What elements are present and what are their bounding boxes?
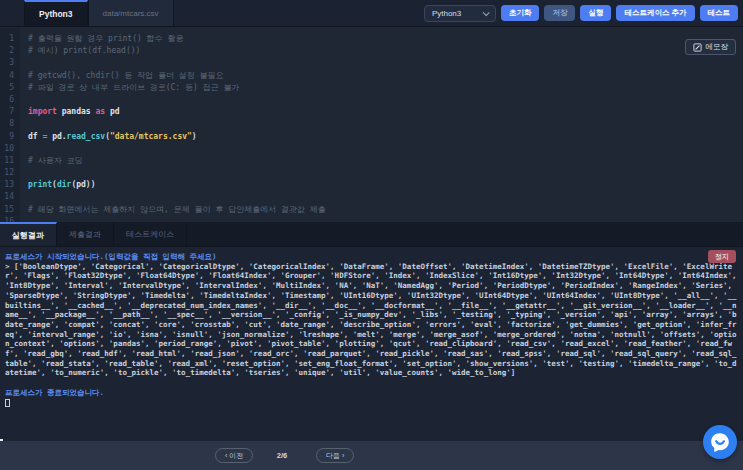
add-testcase-button[interactable]: 테스트케이스 추가 [616, 5, 694, 21]
editor-tab-python3[interactable]: Python3 [24, 0, 88, 26]
language-select[interactable]: Python3 [424, 5, 496, 22]
line-number: 8 [0, 118, 20, 130]
code-area[interactable]: # 출력을 원할 경우 print() 함수 활용# 예시) print(df.… [20, 28, 743, 222]
code-line [28, 167, 743, 179]
line-number: 13 [0, 179, 20, 191]
code-line: # getcwd(), chdir() 등 작업 폴더 설정 불필요 [28, 70, 743, 82]
code-line [28, 94, 743, 106]
code-line [28, 191, 743, 203]
editor-tab-mtcars-csv[interactable]: data/mtcars.csv [88, 0, 174, 26]
prev-page-button[interactable]: ‹ 이전 [215, 448, 253, 463]
chat-widget-button[interactable] [703, 425, 737, 459]
test-button[interactable]: 테스트 [700, 5, 739, 21]
line-number-gutter: 12345678910111213141516 [0, 28, 20, 222]
code-line: print(dir(pd)) [28, 179, 743, 191]
line-number: 11 [0, 155, 20, 167]
chevron-down-icon [483, 9, 490, 16]
panel-tab-testcase[interactable]: 테스트케이스 [114, 222, 187, 246]
next-page-button[interactable]: 다음 › [316, 448, 354, 463]
line-number: 9 [0, 131, 20, 143]
run-button[interactable]: 실행 [580, 5, 611, 21]
code-line [28, 57, 743, 69]
line-number: 5 [0, 82, 20, 94]
language-select-value: Python3 [432, 9, 461, 18]
code-line: # 예시) print(df.head()) [28, 45, 743, 57]
line-number: 2 [0, 45, 20, 57]
code-line: # 파일 경로 상 내부 드라이브 경로(C: 등) 접근 불가 [28, 82, 743, 94]
line-number: 10 [0, 143, 20, 155]
code-line [28, 118, 743, 130]
code-editor: 12345678910111213141516 # 출력을 원할 경우 prin… [0, 28, 743, 222]
line-number: 14 [0, 191, 20, 203]
process-finished-message: 프로세스가 종료되었습니다. [5, 388, 738, 398]
page-indicator: 2/6 [262, 451, 302, 460]
topbar: Python3data/mtcars.csv Python3 초기화 저장 실행… [0, 0, 743, 27]
line-number: 6 [0, 94, 20, 106]
code-line: # 사용자 코딩 [28, 155, 743, 167]
panel-tab-submit-result[interactable]: 제출결과 [57, 222, 114, 246]
code-line: import pandas as pd [28, 106, 743, 118]
reset-button[interactable]: 초기화 [501, 5, 540, 21]
blank-line [5, 378, 738, 388]
line-number: 15 [0, 204, 20, 216]
memo-button[interactable]: 메모장 [685, 39, 737, 55]
memo-icon [693, 43, 702, 52]
panel-tab-run-result[interactable]: 실행결과 [0, 222, 57, 246]
code-line: df = pd.read_csv("data/mtcars.csv") [28, 131, 743, 143]
editor-tabs: Python3data/mtcars.csv [0, 0, 174, 26]
line-number: 3 [0, 57, 20, 69]
line-number: 1 [0, 33, 20, 45]
chat-bubble-icon [703, 425, 737, 459]
memo-button-label: 메모장 [706, 42, 729, 52]
console-output[interactable]: 정지 프로세스가 시작되었습니다.(입력값을 직접 입력해 주세요) > ['B… [0, 247, 743, 441]
code-runner-app: Python3data/mtcars.csv Python3 초기화 저장 실행… [0, 0, 743, 470]
line-number: 12 [0, 167, 20, 179]
process-started-message: 프로세스가 시작되었습니다.(입력값을 직접 입력해 주세요) [5, 252, 738, 262]
line-number: 4 [0, 70, 20, 82]
code-line [28, 143, 743, 155]
code-line: # 해당 화면에서는 제출하지 않으며, 문제 풀이 후 답안제출에서 결괏값 … [28, 204, 743, 216]
result-panel-tabs: 실행결과제출결과테스트케이스 [0, 222, 743, 247]
console-cursor [5, 399, 10, 407]
pagination-bar: ‹ 이전 2/6 다음 › [0, 441, 743, 470]
topbar-controls: Python3 초기화 저장 실행 테스트케이스 추가 테스트 [424, 0, 743, 26]
line-number: 7 [0, 106, 20, 118]
save-button[interactable]: 저장 [544, 5, 575, 21]
dir-output: > ['BooleanDtype', 'Categorical', 'Categ… [5, 262, 738, 378]
stop-button[interactable]: 정지 [708, 250, 736, 263]
code-line: # 출력을 원할 경우 print() 함수 활용 [28, 33, 743, 45]
